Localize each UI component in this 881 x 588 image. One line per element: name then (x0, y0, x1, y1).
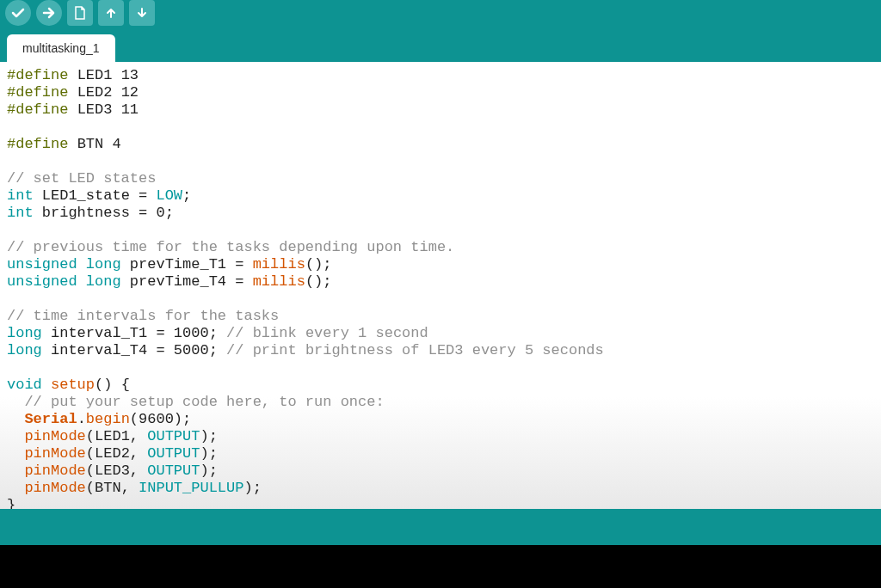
tab-bar: multitasking_1 (0, 28, 881, 62)
status-bar (0, 509, 881, 545)
code-token: long (7, 325, 42, 341)
code-line: long interval_T1 = 1000; // blink every … (7, 325, 874, 342)
code-token: 13 (121, 67, 139, 83)
arrow-up-icon (105, 7, 117, 19)
code-line: unsigned long prevTime_T4 = millis(); (7, 273, 874, 291)
code-token: (); (305, 273, 332, 290)
code-token: 0; (156, 205, 173, 221)
code-token: BTN (77, 136, 104, 152)
code-token: // previous time for the tasks depending… (7, 239, 454, 255)
code-line (7, 222, 874, 239)
tab-active[interactable]: multitasking_1 (7, 34, 115, 62)
code-token: 11 (121, 101, 139, 118)
code-token (34, 187, 42, 204)
code-token: . (77, 411, 86, 427)
code-line: Serial.begin(9600); (7, 411, 874, 428)
code-token: 4 (112, 136, 120, 152)
code-token: ); (200, 428, 217, 444)
code-token: millis (253, 273, 305, 290)
code-token: // set LED states (7, 170, 156, 187)
code-token: = (130, 187, 157, 204)
code-token: #define (7, 67, 68, 83)
code-token: ); (200, 445, 217, 462)
code-token (42, 377, 51, 393)
code-line: #define LED2 12 (7, 84, 874, 101)
code-token: OUTPUT (147, 462, 200, 479)
code-token: LED2 (77, 84, 113, 101)
code-token (34, 205, 42, 221)
code-token: LED1_state (42, 187, 130, 204)
code-token: pinMode (24, 445, 85, 462)
code-token: pinMode (24, 480, 85, 496)
code-line: int brightness = 0; (7, 205, 874, 222)
code-token: #define (7, 136, 68, 152)
code-line: int LED1_state = LOW; (7, 187, 874, 205)
code-token: prevTime_T1 (130, 256, 226, 273)
code-line: // time intervals for the tasks (7, 308, 874, 325)
code-token (112, 101, 120, 118)
code-token: = (226, 273, 253, 290)
code-line: #define LED1 13 (7, 67, 874, 84)
code-token (42, 342, 51, 358)
upload-button[interactable] (36, 0, 62, 26)
code-token: int (7, 187, 34, 204)
code-token (7, 445, 24, 462)
arrow-right-icon (42, 6, 56, 20)
toolbar (0, 0, 881, 28)
code-token: long (7, 342, 42, 358)
code-token: LED1 (77, 67, 113, 83)
code-token: } (7, 497, 15, 509)
save-button[interactable] (129, 0, 155, 26)
code-token (68, 67, 77, 83)
code-token: unsigned long (7, 256, 121, 273)
code-line: pinMode(BTN, INPUT_PULLUP); (7, 480, 874, 497)
code-token: #define (7, 101, 68, 118)
code-token: interval_T4 (51, 342, 147, 358)
code-line: long interval_T4 = 5000; // print bright… (7, 342, 874, 359)
code-token: // time intervals for the tasks (7, 308, 279, 324)
code-token: (LED2, (86, 445, 147, 462)
code-token (7, 462, 24, 479)
code-line: // put your setup code here, to run once… (7, 394, 874, 411)
code-line: #define BTN 4 (7, 136, 874, 153)
code-token: 1000; (174, 325, 226, 341)
code-token: #define (7, 84, 68, 101)
code-token: brightness (42, 205, 130, 221)
code-token (68, 101, 77, 118)
code-token: (); (305, 256, 332, 273)
code-token: () { (95, 377, 130, 393)
code-line (7, 291, 874, 308)
code-line: // previous time for the tasks depending… (7, 239, 874, 256)
code-line: unsigned long prevTime_T1 = millis(); (7, 256, 874, 273)
code-token (121, 256, 130, 273)
code-token (68, 84, 77, 101)
code-token: prevTime_T4 (130, 273, 226, 290)
code-token: millis (253, 256, 305, 273)
code-token: (LED3, (86, 462, 147, 479)
check-icon (11, 6, 25, 20)
code-token: unsigned long (7, 273, 121, 290)
code-token (42, 325, 51, 341)
arrow-down-icon (136, 7, 148, 19)
open-button[interactable] (98, 0, 124, 26)
code-token: ); (200, 462, 217, 479)
code-token: OUTPUT (147, 428, 200, 444)
code-line: } (7, 497, 874, 509)
code-token: interval_T1 (51, 325, 147, 341)
code-token (7, 428, 24, 444)
new-button[interactable] (67, 0, 93, 26)
code-token: (LED1, (86, 428, 147, 444)
code-line: void setup() { (7, 377, 874, 394)
code-line: pinMode(LED2, OUTPUT); (7, 445, 874, 462)
code-token: 12 (121, 84, 139, 101)
code-token: // blink every 1 second (226, 325, 428, 341)
code-token: = (130, 205, 157, 221)
verify-button[interactable] (5, 0, 31, 26)
code-token: begin (86, 411, 130, 427)
code-token: INPUT_PULLUP (139, 480, 243, 496)
code-token: LED3 (77, 101, 113, 118)
code-token: pinMode (24, 428, 85, 444)
code-line: #define LED3 11 (7, 101, 874, 119)
code-token: = (147, 342, 174, 358)
code-editor[interactable]: #define LED1 13#define LED2 12#define LE… (0, 62, 881, 509)
